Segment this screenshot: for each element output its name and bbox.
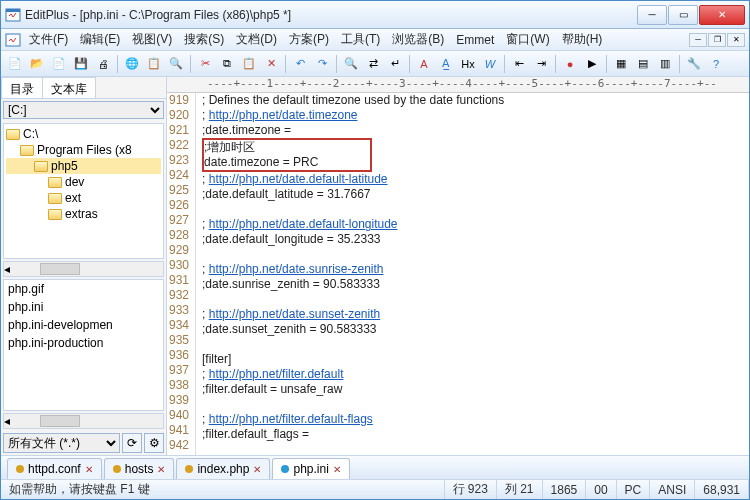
code-line[interactable]: ; http://php.net/filter.default-flags [202, 412, 504, 427]
tile3-icon[interactable]: ▥ [655, 54, 675, 74]
tab-close-icon[interactable]: ✕ [85, 464, 93, 475]
code-line[interactable]: [filter] [202, 352, 504, 367]
code-line[interactable]: ;date.default_latitude = 31.7667 [202, 187, 504, 202]
tree-item[interactable]: extras [6, 206, 161, 222]
font-dec-icon[interactable]: A̲ [436, 54, 456, 74]
code-line[interactable]: ; http://php.net/date.default-longitude [202, 217, 504, 232]
word-icon[interactable]: W [480, 54, 500, 74]
settings-icon[interactable]: ⚙ [144, 433, 164, 453]
tab-cliptext[interactable]: 文本库 [42, 77, 96, 98]
url-link[interactable]: http://php.net/date.default-longitude [209, 217, 398, 231]
tab-close-icon[interactable]: ✕ [157, 464, 165, 475]
code-line[interactable] [202, 337, 504, 352]
tile-icon[interactable]: ▦ [611, 54, 631, 74]
file-item[interactable]: php.ini-production [4, 334, 163, 352]
url-link[interactable]: http://php.net/date.default-latitude [209, 172, 388, 186]
help-icon[interactable]: ? [706, 54, 726, 74]
file-item[interactable]: php.ini-developmen [4, 316, 163, 334]
drive-select[interactable]: [C:] [3, 101, 164, 119]
tab-close-icon[interactable]: ✕ [333, 464, 341, 475]
play-icon[interactable]: ▶ [582, 54, 602, 74]
code-line[interactable]: ; http://php.net/filter.default [202, 367, 504, 382]
code-line[interactable] [202, 397, 504, 412]
open-file-icon[interactable]: 📂 [27, 54, 47, 74]
code-editor[interactable]: 9199209219229239249259269279289299309319… [167, 93, 749, 455]
undo-icon[interactable]: ↶ [290, 54, 310, 74]
mdi-minimize-button[interactable]: ─ [689, 33, 707, 47]
document-tab[interactable]: httpd.conf✕ [7, 458, 102, 479]
tile2-icon[interactable]: ▤ [633, 54, 653, 74]
url-link[interactable]: http://php.net/date.sunrise-zenith [209, 262, 384, 276]
titlebar[interactable]: EditPlus - [php.ini - C:\Program Files (… [1, 1, 749, 29]
url-link[interactable]: http://php.net/date.timezone [209, 108, 358, 122]
find-icon[interactable]: 🔍 [341, 54, 361, 74]
redo-icon[interactable]: ↷ [312, 54, 332, 74]
code-line[interactable]: ; http://php.net/date.timezone [202, 108, 504, 123]
font-size-icon[interactable]: A [414, 54, 434, 74]
new-file-icon[interactable]: 📄 [5, 54, 25, 74]
file-list[interactable]: php.gifphp.iniphp.ini-developmenphp.ini-… [3, 279, 164, 411]
new-html-icon[interactable]: 📄 [49, 54, 69, 74]
tree-item[interactable]: C:\ [6, 126, 161, 142]
hex-icon[interactable]: Hx [458, 54, 478, 74]
code-line[interactable]: ; http://php.net/date.sunrise-zenith [202, 262, 504, 277]
code-line[interactable]: ;filter.default_flags = [202, 427, 504, 442]
cut-icon[interactable]: ✂ [195, 54, 215, 74]
record-icon[interactable]: ● [560, 54, 580, 74]
print-icon[interactable]: 🖨 [93, 54, 113, 74]
code-line[interactable] [202, 202, 504, 217]
wordwrap-icon[interactable]: ↵ [385, 54, 405, 74]
code-line[interactable]: ;date.timezone = [202, 123, 504, 138]
menu-browser[interactable]: 浏览器(B) [386, 29, 450, 50]
code-line[interactable] [202, 247, 504, 262]
menu-view[interactable]: 视图(V) [126, 29, 178, 50]
code-line[interactable] [202, 292, 504, 307]
tree-item[interactable]: Program Files (x8 [6, 142, 161, 158]
menu-search[interactable]: 搜索(S) [178, 29, 230, 50]
folder-tree[interactable]: C:\Program Files (x8php5devextextras [3, 123, 164, 259]
mdi-close-button[interactable]: ✕ [727, 33, 745, 47]
replace-icon[interactable]: ⇄ [363, 54, 383, 74]
document-tab[interactable]: hosts✕ [104, 458, 175, 479]
filelist-hscrollbar[interactable]: ◂ [3, 413, 164, 429]
code-line[interactable]: date.timezone = PRC [202, 155, 372, 172]
code-line[interactable]: ;date.sunrise_zenith = 90.583333 [202, 277, 504, 292]
code-line[interactable]: ;date.default_longitude = 35.2333 [202, 232, 504, 247]
menu-doc[interactable]: 文档(D) [230, 29, 283, 50]
file-item[interactable]: php.gif [4, 280, 163, 298]
url-link[interactable]: http://php.net/filter.default [209, 367, 344, 381]
code-line[interactable]: ; http://php.net/date.default-latitude [202, 172, 504, 187]
tree-item[interactable]: ext [6, 190, 161, 206]
mdi-restore-button[interactable]: ❐ [708, 33, 726, 47]
maximize-button[interactable]: ▭ [668, 5, 698, 25]
document-tab[interactable]: index.php✕ [176, 458, 270, 479]
tab-close-icon[interactable]: ✕ [253, 464, 261, 475]
code-line[interactable] [202, 442, 504, 455]
tree-hscrollbar[interactable]: ◂ [3, 261, 164, 277]
document-tab[interactable]: php.ini✕ [272, 458, 349, 479]
code-line[interactable]: ; Defines the default timezone used by t… [202, 93, 504, 108]
file-filter-select[interactable]: 所有文件 (*.*) [3, 433, 120, 453]
save-icon[interactable]: 💾 [71, 54, 91, 74]
tab-directory[interactable]: 目录 [1, 77, 43, 98]
code-line[interactable]: ;filter.default = unsafe_raw [202, 382, 504, 397]
tree-item[interactable]: dev [6, 174, 161, 190]
indent-left-icon[interactable]: ⇤ [509, 54, 529, 74]
file-item[interactable]: php.ini [4, 298, 163, 316]
url-link[interactable]: http://php.net/date.sunset-zenith [209, 307, 380, 321]
menu-project[interactable]: 方案(P) [283, 29, 335, 50]
indent-right-icon[interactable]: ⇥ [531, 54, 551, 74]
code-lines[interactable]: ; Defines the default timezone used by t… [196, 93, 504, 455]
menu-tools[interactable]: 工具(T) [335, 29, 386, 50]
search-icon[interactable]: 🔍 [166, 54, 186, 74]
close-button[interactable]: ✕ [699, 5, 745, 25]
url-link[interactable]: http://php.net/filter.default-flags [209, 412, 373, 426]
menu-emmet[interactable]: Emmet [450, 31, 500, 49]
tree-item[interactable]: php5 [6, 158, 161, 174]
code-line[interactable]: ;增加时区 [202, 138, 372, 155]
copy-icon[interactable]: 📋 [144, 54, 164, 74]
copy2-icon[interactable]: ⧉ [217, 54, 237, 74]
paste-icon[interactable]: 📋 [239, 54, 259, 74]
tools-icon[interactable]: 🔧 [684, 54, 704, 74]
delete-icon[interactable]: ✕ [261, 54, 281, 74]
